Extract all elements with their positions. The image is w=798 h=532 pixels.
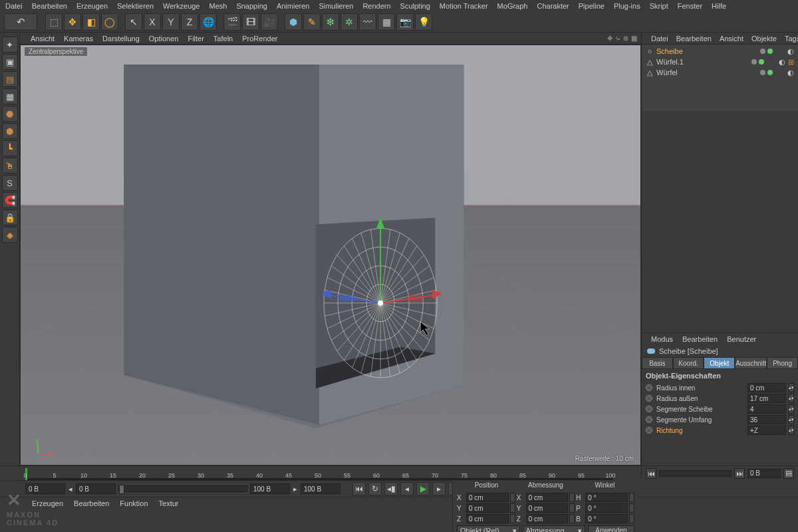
- menu-animieren[interactable]: Animieren: [277, 2, 310, 10]
- menu-werkzeuge[interactable]: Werkzeuge: [163, 2, 200, 10]
- spinner-icon[interactable]: ▴▾: [789, 415, 794, 424]
- goto-end-small-button[interactable]: ⏭: [734, 468, 745, 479]
- object-row[interactable]: △Würfel◐: [646, 67, 794, 78]
- add-light-button[interactable]: 📷: [396, 13, 414, 31]
- rot-field[interactable]: 0 °: [585, 503, 628, 513]
- vpmenu-prorender[interactable]: ProRender: [242, 35, 277, 43]
- object-list[interactable]: ○Scheibe◐△Würfel.1◐⊞△Würfel◐: [642, 45, 798, 111]
- spinner-icon[interactable]: ▴▾: [789, 404, 794, 414]
- recent-tool[interactable]: ↖: [125, 13, 142, 31]
- menu-pipeline[interactable]: Pipeline: [579, 2, 604, 10]
- anim-dot-icon[interactable]: [646, 395, 652, 402]
- property-value-field[interactable]: 4: [747, 404, 786, 414]
- size-field[interactable]: 0 cm: [526, 503, 569, 513]
- anim-dot-icon[interactable]: [646, 427, 652, 434]
- property-value-field[interactable]: 17 cm: [747, 394, 786, 403]
- size-field[interactable]: 0 cm: [526, 514, 569, 523]
- live-select-tool[interactable]: ⬚: [45, 13, 63, 31]
- render-view-button[interactable]: 🎬: [223, 13, 241, 31]
- rot-field[interactable]: 0 °: [585, 514, 628, 523]
- axis-y-button[interactable]: Y: [162, 13, 180, 31]
- workplane-button[interactable]: 🔒: [2, 209, 18, 225]
- loop-button[interactable]: ↻: [368, 482, 382, 495]
- model-mode-button[interactable]: ▣: [2, 54, 18, 70]
- rot-field[interactable]: 0 °: [585, 493, 628, 502]
- menu-mograph[interactable]: MoGraph: [497, 2, 528, 10]
- object-row[interactable]: △Würfel.1◐⊞: [646, 57, 794, 67]
- attr-tab-objekt[interactable]: Objekt: [704, 357, 735, 369]
- goto-start-button[interactable]: ⏮: [352, 482, 366, 495]
- vpmenu-ansicht[interactable]: Ansicht: [31, 35, 55, 43]
- pos-field[interactable]: 0 cm: [466, 514, 509, 523]
- pos-field[interactable]: 0 cm: [466, 503, 509, 513]
- objmenu-tags[interactable]: Tags: [785, 35, 798, 43]
- coord-system-button[interactable]: 🌐: [200, 13, 217, 31]
- attr-tab-koord.[interactable]: Koord.: [673, 357, 704, 369]
- attr-tab-basis[interactable]: Basis: [642, 357, 673, 369]
- prev-key-button[interactable]: ◂▮: [384, 482, 398, 495]
- goto-start-small-button[interactable]: ⏮: [646, 468, 656, 479]
- menu-selektieren[interactable]: Selektieren: [117, 2, 154, 10]
- spinner-icon[interactable]: ▴▾: [789, 394, 794, 403]
- viewport-canvas[interactable]: [21, 45, 640, 465]
- objmenu-bearbeiten[interactable]: Bearbeiten: [676, 35, 712, 43]
- menu-hilfe[interactable]: Hilfe: [712, 2, 726, 10]
- coord-dim-dropdown[interactable]: Abmessung▾: [523, 525, 586, 532]
- tag-icon[interactable]: ◐: [787, 47, 794, 56]
- next-frame-button[interactable]: ▸: [432, 482, 446, 495]
- viewport-perspective[interactable]: Zentralperspektive: [20, 45, 641, 466]
- add-environment-button[interactable]: 〰: [359, 13, 376, 31]
- menu-erzeugen[interactable]: Erzeugen: [76, 2, 108, 10]
- menu-fenster[interactable]: Fenster: [678, 2, 702, 10]
- vp-nav-icon[interactable]: ⊕: [623, 35, 628, 42]
- render-region-button[interactable]: 🎞: [242, 13, 259, 31]
- axis-z-button[interactable]: Z: [181, 13, 198, 31]
- property-value-field[interactable]: +Z: [747, 426, 786, 435]
- axis-mode-button[interactable]: ⬢: [2, 123, 18, 139]
- scale-tool[interactable]: ◧: [82, 13, 100, 31]
- range-end-field[interactable]: 100 B: [250, 483, 290, 494]
- menu-sculpting[interactable]: Sculpting: [400, 2, 430, 10]
- workplane-mode-button[interactable]: ▦: [2, 88, 18, 104]
- add-deformer-button[interactable]: ✲: [340, 13, 358, 31]
- menu-simulieren[interactable]: Simulieren: [319, 2, 353, 10]
- vp-nav-icon[interactable]: ▦: [631, 35, 637, 42]
- anim-dot-icon[interactable]: [646, 384, 652, 391]
- vpmenu-darstellung[interactable]: Darstellung: [102, 35, 140, 43]
- add-scene-button[interactable]: 💡: [415, 13, 432, 31]
- coord-mode-dropdown[interactable]: Objekt (Rel)▾: [457, 525, 520, 532]
- anim-dot-icon[interactable]: [646, 416, 652, 423]
- viewport-solo-button[interactable]: ◆: [2, 227, 18, 243]
- tag-icon[interactable]: ◐: [787, 68, 794, 77]
- play-button[interactable]: ▶: [416, 482, 430, 495]
- menu-snapping[interactable]: Snapping: [236, 2, 267, 10]
- enable-snap-button[interactable]: 🧲: [2, 192, 18, 208]
- attrmenu-bearbeiten[interactable]: Bearbeiten: [682, 335, 718, 343]
- prev-frame-button[interactable]: ◂: [400, 482, 414, 495]
- make-editable-button[interactable]: ✦: [2, 37, 18, 53]
- tag-icon[interactable]: ⊞: [788, 58, 794, 66]
- range-start-field[interactable]: 0 B: [76, 483, 116, 494]
- menu-motion tracker[interactable]: Motion Tracker: [440, 2, 488, 10]
- vpmenu-kameras[interactable]: Kameras: [64, 35, 93, 43]
- menu-skript[interactable]: Skript: [650, 2, 668, 10]
- attrmenu-modus[interactable]: Modus: [651, 335, 673, 343]
- add-spline-button[interactable]: ✎: [303, 13, 321, 31]
- matmenu-bearbeiten[interactable]: Bearbeiten: [74, 499, 109, 507]
- size-field[interactable]: 0 cm: [526, 493, 569, 502]
- add-camera-button[interactable]: ▦: [378, 13, 395, 31]
- texture-mode-button[interactable]: ▤: [2, 71, 18, 87]
- menu-rendern[interactable]: Rendern: [362, 2, 390, 10]
- spinner-icon[interactable]: ▴▾: [789, 426, 794, 435]
- apply-button[interactable]: Anwenden: [588, 525, 634, 532]
- mini-slider[interactable]: [659, 470, 732, 477]
- rotate-tool[interactable]: ◯: [101, 13, 118, 31]
- undo-button[interactable]: ↶: [4, 13, 37, 31]
- axis-x-button[interactable]: X: [144, 13, 161, 31]
- vp-nav-icon[interactable]: ⤿: [615, 35, 620, 42]
- objmenu-ansicht[interactable]: Ansicht: [720, 35, 743, 43]
- pos-field[interactable]: 0 cm: [466, 493, 509, 502]
- tag-icon[interactable]: ◐: [779, 58, 785, 66]
- timeline-ruler[interactable]: 0510152025303540455055606570758085909510…: [0, 466, 638, 481]
- vpmenu-tafeln[interactable]: Tafeln: [213, 35, 233, 43]
